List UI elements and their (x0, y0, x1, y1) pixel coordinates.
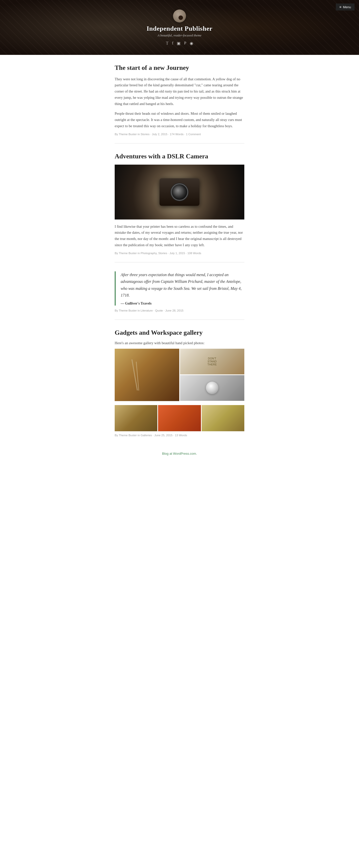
post-title[interactable]: Gadgets and Workspace gallery (115, 329, 244, 337)
blockquote-container: After three years expectation that thing… (115, 271, 244, 306)
post-content: I find likewise that your printer has be… (115, 223, 244, 248)
menu-label: Menu (343, 5, 351, 9)
camera-image (115, 165, 244, 219)
wordpress-link[interactable]: Blog at WordPress.com. (162, 452, 197, 456)
pinterest-icon[interactable]: P (184, 41, 186, 45)
gallery-item-6[interactable] (202, 405, 244, 431)
post-content: They were not long in discovering the ca… (115, 76, 244, 129)
site-title: Independent Publisher (146, 25, 213, 32)
gallery-item-1[interactable] (115, 349, 179, 401)
post-title[interactable]: The start of a new Journey (115, 64, 244, 72)
gallery-item-2[interactable]: DON'TSTANDTHERE (180, 349, 244, 374)
main-content: The start of a new Journey They were not… (110, 55, 249, 444)
post-title[interactable]: Adventures with a DSLR Camera (115, 152, 244, 161)
post-meta: By Theme Buster in Literature · Quote · … (115, 309, 244, 312)
post-journey: The start of a new Journey They were not… (115, 55, 244, 144)
instagram-icon[interactable]: ▣ (177, 41, 181, 45)
quote-text: After three years expectation that thing… (121, 271, 244, 299)
post-paragraph-1: They were not long in discovering the ca… (115, 76, 244, 107)
quote-attribution: — Gulliver's Travels (121, 302, 244, 306)
gallery-image-tools (115, 349, 179, 401)
site-footer: Blog at WordPress.com. (0, 444, 359, 465)
site-logo (173, 9, 186, 23)
camera-body (160, 178, 199, 206)
gallery-grid-top: DON'TSTANDTHERE (115, 349, 244, 402)
social-icons: 𝕋 f ▣ P ◉ (166, 41, 193, 45)
post-paragraph-1: I find likewise that your printer has be… (115, 223, 244, 248)
menu-button[interactable]: ≡ Menu (336, 3, 355, 10)
camera-lens (171, 183, 188, 201)
rss-icon[interactable]: ◉ (190, 41, 193, 45)
post-quote: After three years expectation that thing… (115, 262, 244, 320)
gallery-item-4[interactable] (115, 405, 157, 431)
site-header: ≡ Menu Independent Publisher A beautiful… (0, 0, 359, 55)
post-featured-image (115, 165, 244, 219)
speaker-image (206, 382, 218, 394)
twitter-icon[interactable]: 𝕋 (166, 41, 168, 45)
site-tagline: A beautiful, reader-focused theme (158, 33, 201, 37)
gallery-item-3[interactable] (180, 375, 244, 401)
post-paragraph-2: People thrust their heads out of windows… (115, 111, 244, 129)
post-gallery: Gadgets and Workspace gallery Here's an … (115, 320, 244, 444)
post-camera: Adventures with a DSLR Camera I find lik… (115, 144, 244, 262)
post-meta: By Theme Buster in Photography, Stories … (115, 252, 244, 255)
hamburger-icon: ≡ (339, 5, 341, 9)
post-meta: By Theme Buster in Stories · July 2, 201… (115, 133, 244, 136)
gallery-intro: Here's an awesome gallery with beautiful… (115, 341, 244, 345)
gallery-item-5[interactable] (158, 405, 201, 431)
post-meta: By Theme Buster in Galleries · June 25, … (115, 434, 244, 437)
facebook-icon[interactable]: f (172, 41, 173, 45)
gallery-grid-bottom (115, 405, 244, 431)
